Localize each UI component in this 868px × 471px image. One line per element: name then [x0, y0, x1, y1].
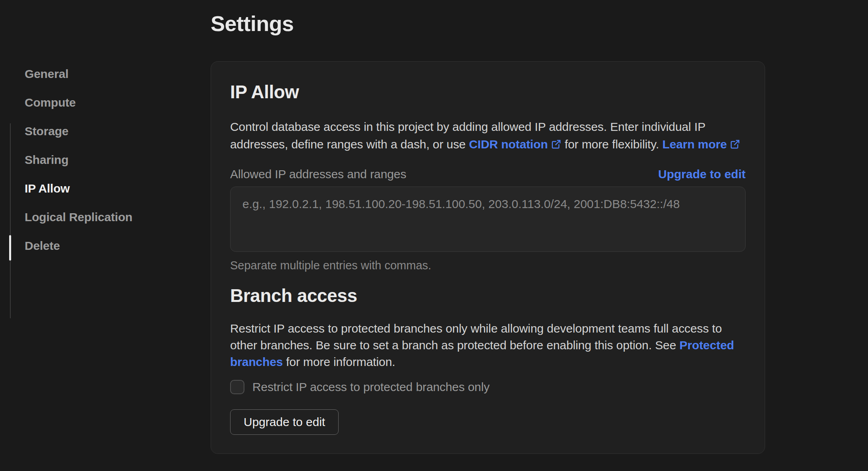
ip-allow-description: Control database access in this project …	[230, 118, 746, 153]
textarea-help-text: Separate multiple entries with commas.	[230, 258, 746, 272]
allowed-ips-label-row: Allowed IP addresses and ranges Upgrade …	[230, 167, 746, 181]
restrict-ip-checkbox[interactable]	[230, 380, 244, 394]
allowed-ips-textarea[interactable]	[230, 187, 746, 252]
sidebar-item-sharing[interactable]: Sharing	[0, 146, 191, 174]
ip-allow-heading: IP Allow	[230, 81, 746, 103]
sidebar-item-delete[interactable]: Delete	[0, 232, 191, 260]
sidebar-item-storage[interactable]: Storage	[0, 117, 191, 146]
learn-more-link-label: Learn more	[662, 138, 727, 151]
upgrade-to-edit-link[interactable]: Upgrade to edit	[658, 167, 746, 181]
ip-allow-description-text-2: for more flexibility.	[562, 138, 663, 151]
active-item-indicator	[9, 235, 11, 261]
allowed-ips-label: Allowed IP addresses and ranges	[230, 167, 406, 181]
ip-allow-settings-card: IP Allow Control database access in this…	[211, 61, 765, 454]
restrict-ip-checkbox-row: Restrict IP access to protected branches…	[230, 380, 746, 394]
external-link-icon	[730, 139, 740, 150]
upgrade-to-edit-button[interactable]: Upgrade to edit	[230, 409, 339, 435]
cidr-notation-link[interactable]: CIDR notation	[469, 138, 562, 151]
page-title: Settings	[211, 11, 294, 36]
restrict-ip-checkbox-label: Restrict IP access to protected branches…	[252, 380, 490, 394]
sidebar-item-ip-allow[interactable]: IP Allow	[0, 174, 191, 203]
branch-access-description: Restrict IP access to protected branches…	[230, 320, 746, 370]
sidebar-rail	[10, 123, 11, 318]
learn-more-link[interactable]: Learn more	[662, 138, 740, 151]
cidr-notation-link-label: CIDR notation	[469, 138, 548, 151]
sidebar-item-logical-replication[interactable]: Logical Replication	[0, 203, 191, 232]
external-link-icon	[551, 139, 562, 150]
branch-access-description-text-1: Restrict IP access to protected branches…	[230, 322, 722, 352]
sidebar-item-general[interactable]: General	[0, 60, 191, 88]
sidebar-item-compute[interactable]: Compute	[0, 88, 191, 117]
settings-sidebar: General Compute Storage Sharing IP Allow…	[0, 60, 191, 260]
branch-access-description-text-2: for more information.	[283, 355, 395, 368]
branch-access-heading: Branch access	[230, 284, 746, 307]
